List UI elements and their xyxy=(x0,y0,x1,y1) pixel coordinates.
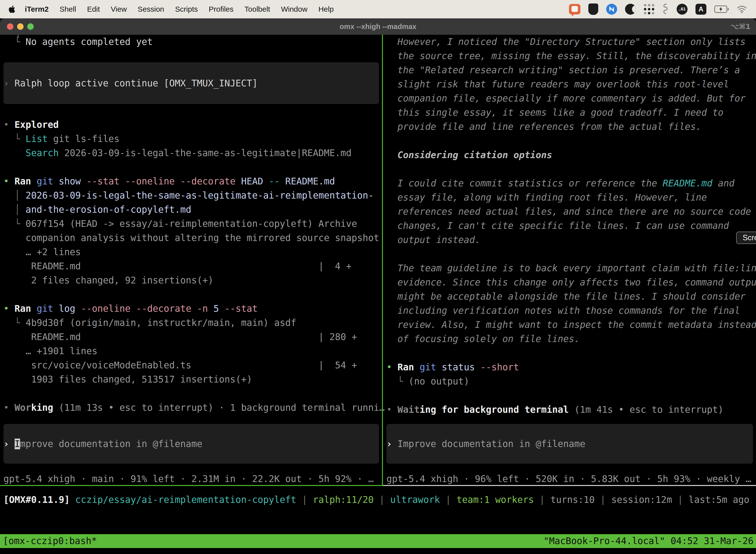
menu-view[interactable]: View xyxy=(106,0,132,18)
badge-61-label: ..61 xyxy=(679,7,686,12)
terminal-line: of focusing solely on file lines. xyxy=(386,332,756,346)
terminal-line: • Working (11m 13s • esc to interrupt) ·… xyxy=(3,401,382,415)
tmux-host-clock: "MacBook-Pro-44.local" 04:52 31-Mar-26 xyxy=(544,534,756,548)
blue-badge-icon[interactable] xyxy=(606,4,617,15)
terminal-line: gpt-5.4 xhigh · main · 91% left · 2.31M … xyxy=(3,472,382,486)
terminal-line: 1903 files changed, 513517 insertions(+) xyxy=(3,372,382,386)
terminal-window: └ No agents completed yet › Ralph loop a… xyxy=(0,35,756,487)
terminal-line: changes, I can't cite specific file line… xyxy=(386,219,756,233)
grid-shield-icon[interactable] xyxy=(588,3,598,15)
screen-tooltip: Scre xyxy=(736,232,756,244)
right-prompt-input[interactable]: › Improve documentation in @filename xyxy=(386,424,753,464)
left-terminal-pane[interactable]: └ No agents completed yet › Ralph loop a… xyxy=(0,35,382,487)
terminal-line: src/voice/voiceModeEnabled.ts | 54 + xyxy=(3,358,382,372)
terminal-line: this single essay, it seems like a good … xyxy=(386,106,756,120)
terminal-line xyxy=(3,160,382,174)
terminal-line: review. Also, I might want to inspect th… xyxy=(386,318,756,332)
terminal-line: [omx-cczip0:bash* xyxy=(3,534,97,548)
terminal-line: I could cite commit statistics or refere… xyxy=(386,176,756,190)
omx-status-line: [OMX#0.11.9] cczip/essay/ai-reimplementa… xyxy=(3,493,749,507)
terminal-line: … +1901 lines xyxy=(3,344,382,358)
terminal-line: └ No agents completed yet xyxy=(3,35,382,49)
terminal-line: › Ralph loop active continue [OMX_TMUX_I… xyxy=(3,76,258,90)
terminal-line: • Ran git status --short xyxy=(386,360,756,374)
terminal-line: The team guideline is to back every impo… xyxy=(386,261,756,275)
dots-grid-icon[interactable] xyxy=(644,4,654,14)
window-shortcut-badge: ⌥⌘1 xyxy=(731,18,751,35)
terminal-line: README.md | 280 + xyxy=(3,330,382,344)
menu-session[interactable]: Session xyxy=(132,0,170,18)
terminal-line: › Improve documentation in @filename xyxy=(3,437,202,451)
menu-status-icons: ..61 A xyxy=(569,3,756,15)
terminal-line: └ 4b9d30f (origin/main, instructkr/main,… xyxy=(3,316,382,330)
tmux-status-bar: [omx-cczip0:bash* "MacBook-Pro-44.local"… xyxy=(0,534,756,548)
terminal-line xyxy=(386,388,756,403)
menu-shell[interactable]: Shell xyxy=(54,0,82,18)
terminal-line: essay file, along with finding root file… xyxy=(386,190,756,205)
menu-window[interactable]: Window xyxy=(275,0,313,18)
terminal-line: Search 2026-03-09-is-legal-the-same-as-l… xyxy=(3,146,382,160)
window-title: omx --xhigh --madmax xyxy=(0,18,756,35)
ralph-loop-line: › Ralph loop active continue [OMX_TMUX_I… xyxy=(3,76,258,90)
terminal-line: the "Related research writing" section i… xyxy=(386,63,756,77)
menu-iterm2[interactable]: iTerm2 xyxy=(19,0,54,18)
terminal-line: › Improve documentation in @filename xyxy=(386,437,585,451)
right-terminal-pane[interactable]: However, I noticed the "Directory Struct… xyxy=(383,35,756,487)
tree-stub-line xyxy=(18,35,19,38)
menu-toolbelt[interactable]: Toolbelt xyxy=(239,0,275,18)
right-model-status-line: gpt-5.4 xhigh · 96% left · 520K in · 5.8… xyxy=(386,472,756,486)
chat-icon[interactable] xyxy=(569,4,580,14)
right-terminal-output: However, I noticed the "Directory Struct… xyxy=(386,35,756,417)
terminal-line: output instead. xyxy=(386,233,756,247)
wifi-icon[interactable] xyxy=(737,5,747,13)
a-square-icon[interactable]: A xyxy=(695,4,706,15)
menu-scripts[interactable]: Scripts xyxy=(170,0,203,18)
battery-charging-icon[interactable] xyxy=(714,5,729,13)
terminal-line: [OMX#0.11.9] cczip/essay/ai-reimplementa… xyxy=(3,493,749,507)
a-square-label: A xyxy=(698,5,703,13)
terminal-line: "MacBook-Pro-44.local" 04:52 31-Mar-26 xyxy=(544,534,754,548)
window-title-bar: omx --xhigh --madmax ⌥⌘1 xyxy=(0,18,756,35)
terminal-line: README.md | 4 + xyxy=(3,259,382,273)
terminal-line xyxy=(3,287,382,301)
left-scrollback-top: └ No agents completed yet xyxy=(3,35,382,49)
tmux-session-label: [omx-cczip0:bash* xyxy=(0,534,97,548)
left-model-status-line: gpt-5.4 xhigh · main · 91% left · 2.31M … xyxy=(3,472,382,486)
menu-help[interactable]: Help xyxy=(313,0,339,18)
terminal-line: Considering citation options xyxy=(386,148,756,162)
terminal-line xyxy=(386,346,756,360)
terminal-line: evidence. Since this change only affects… xyxy=(386,275,756,289)
terminal-line: including verification notes with those … xyxy=(386,303,756,318)
terminal-line: • Explored xyxy=(3,118,382,132)
ralph-loop-box: › Ralph loop active continue [OMX_TMUX_I… xyxy=(3,62,379,104)
terminal-line: • Waiting for background terminal (1m 41… xyxy=(386,403,756,417)
terminal-line: references need actual files, and since … xyxy=(386,205,756,219)
squiggle-icon[interactable] xyxy=(662,3,669,15)
terminal-line xyxy=(386,134,756,148)
right-prompt-text: › Improve documentation in @filename xyxy=(386,437,585,451)
terminal-line: └ (no output) xyxy=(386,374,756,388)
terminal-line: └ List git ls-files xyxy=(3,132,382,146)
terminal-line: … +2 lines xyxy=(3,245,382,259)
terminal-line: │ and-the-erosion-of-copyleft.md xyxy=(3,203,382,217)
left-prompt-input[interactable]: › Improve documentation in @filename xyxy=(3,424,379,464)
terminal-line: the source tree, missing the essay. Stil… xyxy=(386,49,756,63)
terminal-line: • Ran git show --stat --oneline --decora… xyxy=(3,174,382,188)
terminal-line: slight risk that future readers may over… xyxy=(386,77,756,91)
terminal-line: └ 067f154 (HEAD -> essay/ai-reimplementa… xyxy=(3,217,382,231)
terminal-line xyxy=(3,386,382,401)
screen: { "menu_bar": { "menus": ["iTerm2", "She… xyxy=(0,0,756,554)
menu-edit[interactable]: Edit xyxy=(82,0,106,18)
apple-menu-icon[interactable] xyxy=(8,5,15,13)
pie-icon[interactable] xyxy=(625,4,636,15)
menu-items: iTerm2 Shell Edit View Session Scripts P… xyxy=(0,0,339,18)
terminal-line xyxy=(386,162,756,176)
menu-profiles[interactable]: Profiles xyxy=(203,0,239,18)
terminal-line: However, I noticed the "Directory Struct… xyxy=(386,35,756,49)
left-pane-bottom-border xyxy=(0,485,382,486)
macos-menu-bar: iTerm2 Shell Edit View Session Scripts P… xyxy=(0,0,756,18)
badge-61-icon[interactable]: ..61 xyxy=(677,4,688,15)
terminal-line: companion analysis without altering the … xyxy=(3,231,382,245)
terminal-line: • Ran git log --oneline --decorate -n 5 … xyxy=(3,301,382,316)
terminal-line: gpt-5.4 xhigh · 96% left · 520K in · 5.8… xyxy=(386,472,756,486)
